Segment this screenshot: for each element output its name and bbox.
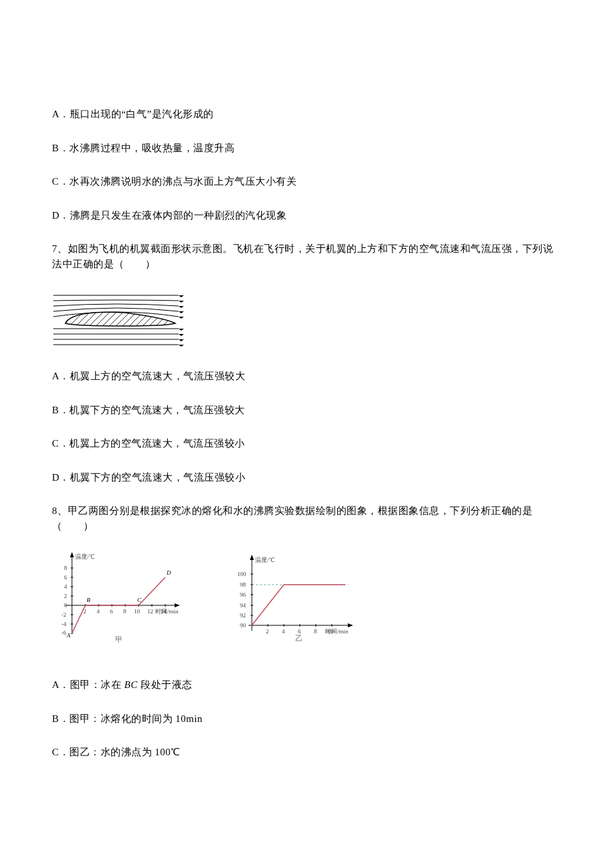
svg-text:8: 8: [314, 628, 317, 635]
svg-marker-64: [348, 623, 353, 627]
chart-yi-title: 乙: [295, 634, 303, 642]
svg-text:4: 4: [97, 608, 100, 615]
svg-text:92: 92: [240, 612, 246, 619]
q8-option-b: B．图甲：冰熔化的时间为 10min: [52, 711, 561, 727]
svg-text:2: 2: [64, 593, 67, 599]
svg-text:-6: -6: [61, 629, 67, 636]
svg-text:100: 100: [237, 571, 247, 577]
svg-text:A: A: [66, 632, 71, 639]
svg-marker-15: [179, 293, 184, 297]
svg-text:2: 2: [266, 628, 269, 635]
airfoil-icon: [52, 290, 185, 350]
chart-jia-title: 甲: [115, 635, 123, 643]
svg-text:94: 94: [240, 602, 247, 609]
page: A．瓶口出现的“白气”是汽化形成的 B．水沸腾过程中，吸收热量，温度升高 C．水…: [0, 0, 613, 868]
q8-option-a-post: 段处于液态: [138, 679, 193, 690]
svg-marker-21: [179, 332, 184, 336]
svg-marker-23: [179, 343, 184, 347]
q6-option-b: B．水沸腾过程中，吸收热量，温度升高: [52, 141, 561, 156]
svg-marker-25: [70, 552, 74, 557]
svg-text:6: 6: [110, 608, 113, 615]
q6-option-d: D．沸腾是只发生在液体内部的一种剧烈的汽化现象: [52, 208, 561, 223]
chart-row: 温度/℃ 时间/min 8 6 4 2 0 -2 -4 -6 2 4 6: [52, 552, 561, 645]
svg-text:14: 14: [161, 608, 167, 615]
svg-text:10: 10: [134, 608, 141, 615]
q7-option-d: D．机翼下方的空气流速大，气流压强较小: [52, 470, 561, 485]
q8-option-a-pre: A．图甲：冰在: [52, 679, 125, 690]
q7-stem: 7、如图为飞机的机翼截面形状示意图。飞机在飞行时，关于机翼的上方和下方的空气流速…: [52, 241, 561, 271]
svg-marker-19: [179, 315, 184, 319]
q8-option-a: A．图甲：冰在 BC 段处于液态: [52, 677, 561, 693]
q7-option-c: C．机翼上方的空气流速大，气流压强较小: [52, 436, 561, 451]
q7-option-a: A．机翼上方的空气流速大，气流压强较大: [52, 369, 561, 384]
q6-option-c: C．水再次沸腾说明水的沸点与水面上方气压大小有关: [52, 174, 561, 189]
svg-text:4: 4: [282, 628, 285, 635]
svg-text:-4: -4: [61, 621, 67, 627]
chart-yi: 温度/℃ 时间/min 100 98 96 94 92 90 2 4 6 8: [225, 552, 358, 645]
svg-text:C: C: [137, 597, 142, 603]
svg-text:-2: -2: [61, 611, 67, 618]
svg-text:98: 98: [240, 581, 247, 588]
svg-marker-22: [179, 337, 184, 341]
svg-marker-20: [179, 327, 184, 331]
chart-jia-ylabel: 温度/℃: [75, 553, 95, 560]
svg-text:B: B: [87, 597, 91, 603]
q8-stem: 8、甲乙两图分别是根据探究冰的熔化和水的沸腾实验数据绘制的图象，根据图象信息，下…: [52, 503, 561, 533]
svg-text:D: D: [166, 569, 171, 576]
svg-text:8: 8: [64, 565, 67, 571]
svg-text:4: 4: [64, 583, 67, 590]
q8-option-a-em: BC: [125, 679, 138, 690]
airfoil-figure: [52, 290, 561, 350]
q8-option-c: C．图乙：水的沸点为 100℃: [52, 745, 561, 760]
svg-text:8: 8: [123, 608, 127, 615]
svg-text:96: 96: [240, 591, 247, 598]
svg-marker-27: [175, 603, 180, 607]
chart-jia-yticks: 8 6 4 2 0 -2 -4 -6: [61, 565, 73, 636]
chart-jia-xlabel: 时间/min: [155, 608, 179, 615]
chart-jia: 温度/℃ 时间/min 8 6 4 2 0 -2 -4 -6 2 4 6: [52, 552, 185, 645]
q6-option-a: A．瓶口出现的“白气”是汽化形成的: [52, 107, 561, 122]
svg-marker-16: [179, 299, 184, 303]
chart-yi-ylabel: 温度/℃: [255, 557, 275, 563]
svg-text:12: 12: [147, 608, 153, 615]
svg-text:6: 6: [64, 574, 67, 581]
chart-yi-yticks: 100 98 96 94 92 90: [237, 571, 253, 629]
svg-marker-17: [179, 304, 184, 308]
svg-text:10: 10: [327, 628, 334, 635]
svg-marker-62: [250, 555, 254, 560]
q7-option-b: B．机翼下方的空气流速大，气流压强较大: [52, 403, 561, 418]
svg-marker-18: [179, 309, 184, 313]
svg-text:0: 0: [64, 602, 67, 609]
svg-text:90: 90: [240, 622, 247, 629]
